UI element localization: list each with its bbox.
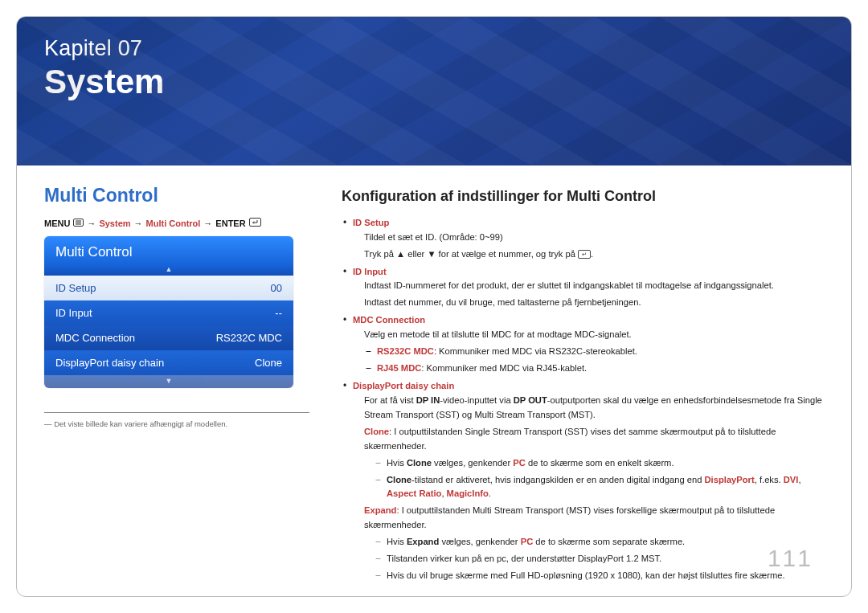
breadcrumb-multi-control: Multi Control (146, 219, 201, 228)
displayport-label: DisplayPort (705, 475, 755, 484)
osd-value: Clone (255, 357, 282, 369)
enter-label: ENTER (215, 219, 245, 228)
dp-note-1: Hvis Clone vælges, genkender PC de to sk… (364, 456, 824, 471)
item-dp-daisy-chain: DisplayPort daisy chain For at få vist D… (342, 379, 824, 583)
text-fragment: . (591, 249, 593, 259)
config-heading: Konfiguration af indstillinger for Multi… (342, 185, 824, 208)
dp-out-label: DP OUT (514, 395, 547, 405)
dp-intro: For at få vist DP IN-video-inputtet via … (364, 394, 824, 423)
enter-icon: ↵ (578, 250, 591, 259)
dp-title: DisplayPort daisy chain (353, 381, 454, 390)
text-fragment: for at vælge et nummer, og tryk på (436, 249, 579, 259)
dp-note-2: Clone-tilstand er aktiveret, hvis indgan… (364, 473, 824, 502)
rj45-label: RJ45 MDC (377, 363, 421, 373)
osd-row-id-setup: ID Setup 00 (44, 276, 293, 300)
breadcrumb-system: System (99, 219, 130, 228)
right-column: Konfiguration af indstillinger for Multi… (342, 185, 824, 586)
id-setup-line1: Tildel et sæt et ID. (Område: 0~99) (364, 231, 824, 245)
text-fragment: de to skærme som separate skærme. (533, 537, 685, 546)
mdc-rs232c: RS232C MDC: Kommuniker med MDC via RS232… (364, 345, 824, 359)
pc-label: PC (513, 458, 526, 468)
section-heading-multi-control: Multi Control (44, 185, 309, 206)
text-fragment: eller (405, 249, 427, 259)
id-input-line1: Indtast ID-nummeret for det produkt, der… (364, 279, 824, 293)
text-fragment: -video-inputtet via (440, 395, 513, 405)
osd-label: MDC Connection (55, 332, 135, 344)
osd-panel: Multi Control ▲ ID Setup 00 ID Input -- … (44, 236, 293, 388)
page-number: 111 (768, 545, 813, 572)
text-fragment: , (798, 475, 800, 484)
rs232c-label: RS232C MDC (377, 346, 434, 356)
chapter-hero: Kapitel 07 System (17, 17, 851, 166)
osd-value: -- (275, 307, 282, 319)
osd-row-mdc-connection: MDC Connection RS232C MDC (44, 325, 293, 350)
enter-icon (249, 218, 261, 228)
up-triangle-icon: ▲ (396, 249, 405, 259)
arrow-icon: → (87, 219, 96, 228)
text-fragment: vælges, genkender (439, 537, 520, 546)
item-mdc-connection: MDC Connection Vælg en metode til at til… (342, 313, 824, 376)
dp-clone: Clone: I outputtilstanden Single Stream … (364, 425, 824, 454)
magicinfo-label: MagicInfo (447, 488, 489, 498)
expand-bold: Expand (407, 537, 439, 546)
clone-label: Clone (364, 427, 389, 436)
left-column: Multi Control MENU → System → Multi Cont… (44, 185, 309, 586)
text-fragment: : I outputtilstanden Multi Stream Transp… (364, 505, 775, 529)
id-input-line2: Indtast det nummer, du vil bruge, med ta… (364, 296, 824, 310)
text-fragment: Hvis (387, 458, 407, 468)
text-fragment: , f.eks. (755, 475, 784, 484)
osd-down-arrow-icon: ▼ (44, 375, 293, 388)
item-id-input: ID Input Indtast ID-nummeret for det pro… (342, 265, 824, 311)
dp-note-4: Tilstanden virker kun på en pc, der unde… (364, 552, 824, 566)
aspect-ratio-label: Aspect Ratio (387, 488, 441, 498)
dp-note-3: Hvis Expand vælges, genkender PC de to s… (364, 535, 824, 550)
pc-label: PC (521, 537, 534, 546)
content-area: Multi Control MENU → System → Multi Cont… (17, 166, 851, 595)
dp-expand: Expand: I outputtilstanden Multi Stream … (364, 504, 824, 533)
osd-title: Multi Control (44, 236, 293, 265)
id-input-title: ID Input (353, 267, 387, 276)
settings-list: ID Setup Tildel et sæt et ID. (Område: 0… (342, 216, 824, 583)
id-setup-line2: Tryk på ▲ eller ▼ for at vælge et nummer… (364, 247, 824, 262)
osd-value: RS232C MDC (216, 332, 282, 344)
osd-row-dp-daisy-chain: DisplayPort daisy chain Clone (44, 350, 293, 375)
footnote: ― Det viste billede kan variere afhængig… (44, 419, 309, 428)
footnote-text: Det viste billede kan variere afhængigt … (54, 419, 227, 428)
text-fragment: vælges, genkender (432, 458, 513, 468)
osd-label: DisplayPort daisy chain (55, 357, 164, 369)
page-frame: Kapitel 07 System Multi Control MENU → S… (16, 16, 852, 597)
text-fragment: de to skærme som en enkelt skærm. (526, 458, 674, 468)
mdc-intro: Vælg en metode til at tilslutte til MDC … (364, 328, 824, 342)
osd-value: 00 (271, 282, 282, 294)
clone-bold: Clone (387, 475, 411, 484)
down-triangle-icon: ▼ (427, 249, 436, 259)
dvi-label: DVI (784, 475, 799, 484)
rs232c-text: : Kommuniker med MDC via RS232C-stereoka… (434, 346, 637, 356)
menu-icon (73, 219, 84, 228)
text-fragment: Tryk på (364, 249, 396, 259)
mdc-rj45: RJ45 MDC: Kommuniker med MDC via RJ45-ka… (364, 362, 824, 376)
id-setup-title: ID Setup (353, 218, 389, 227)
rj45-text: : Kommuniker med MDC via RJ45-kablet. (421, 363, 587, 373)
osd-label: ID Setup (55, 282, 96, 294)
menu-label: MENU (44, 219, 70, 228)
chapter-label: Kapitel 07 (44, 36, 824, 61)
dp-note-5: Hvis du vil bruge skærme med Full HD-opl… (364, 569, 824, 583)
mdc-title: MDC Connection (353, 315, 425, 325)
divider (44, 412, 309, 413)
dp-in-label: DP IN (416, 395, 440, 405)
text-fragment: -tilstand er aktiveret, hvis indgangskil… (411, 475, 704, 484)
item-id-setup: ID Setup Tildel et sæt et ID. (Område: 0… (342, 216, 824, 262)
osd-up-arrow-icon: ▲ (44, 265, 293, 276)
arrow-icon: → (134, 219, 143, 228)
text-fragment: : I outputtilstanden Single Stream Trans… (364, 427, 776, 451)
text-fragment: For at få vist (364, 395, 416, 405)
text-fragment: Hvis (387, 537, 407, 546)
osd-row-id-input: ID Input -- (44, 300, 293, 325)
expand-label: Expand (364, 505, 396, 515)
osd-label: ID Input (55, 307, 92, 319)
menu-path: MENU → System → Multi Control → ENTER (44, 218, 309, 228)
text-fragment: . (489, 488, 491, 498)
clone-bold: Clone (407, 458, 432, 468)
chapter-title: System (44, 63, 824, 101)
